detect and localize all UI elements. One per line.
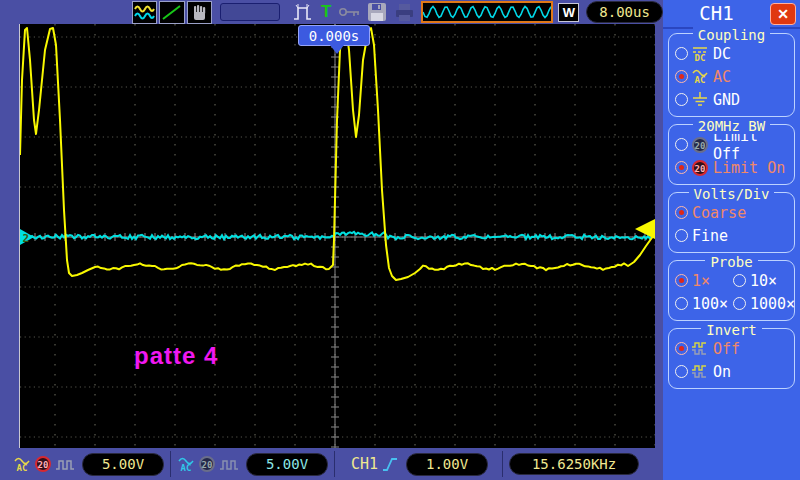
radio-icon[interactable] bbox=[675, 365, 688, 378]
scope-canvas: 2 bbox=[20, 24, 655, 448]
option-label: 1× bbox=[692, 272, 710, 290]
scope-annotation: patte 4 bbox=[134, 342, 218, 370]
ch2-marker-label: 2 bbox=[23, 232, 30, 245]
trigger-level-readout: 1.00V bbox=[406, 453, 488, 476]
trigger-source-label: CH1 bbox=[351, 455, 378, 473]
panel-group-title: Coupling bbox=[669, 25, 794, 44]
option-bandwidth-limit-off[interactable]: 20Limit Off bbox=[675, 133, 790, 156]
radio-icon[interactable] bbox=[675, 161, 688, 174]
panel-group-coupling: CouplingDCDCACACGND bbox=[668, 33, 795, 117]
option-probe-100-[interactable]: 100× bbox=[675, 292, 733, 315]
ch1-ac-coupling-icon: AC bbox=[13, 456, 31, 473]
radio-icon[interactable] bbox=[675, 47, 688, 60]
trigger-t-icon[interactable]: T bbox=[321, 2, 331, 22]
trigger-position-pointer-icon[interactable] bbox=[330, 45, 344, 54]
display-field[interactable] bbox=[220, 3, 280, 21]
channel-waves-icon[interactable] bbox=[132, 1, 157, 24]
frequency-readout: 15.6250KHz bbox=[509, 453, 639, 475]
statusbar-divider bbox=[334, 451, 335, 477]
radio-icon[interactable] bbox=[733, 297, 746, 310]
line-style-icon[interactable] bbox=[159, 1, 184, 24]
svg-text:AC: AC bbox=[181, 463, 192, 473]
ch2-square-wave-icon bbox=[219, 456, 239, 472]
panel-title: CH1 bbox=[663, 2, 770, 24]
svg-text:AC: AC bbox=[17, 463, 28, 473]
statusbar-divider bbox=[502, 451, 503, 477]
radio-icon[interactable] bbox=[675, 297, 688, 310]
option-label: 1000× bbox=[750, 295, 795, 313]
ch2-ac-coupling-icon: AC bbox=[177, 456, 195, 473]
option-label: 10× bbox=[750, 272, 777, 290]
option-probe-10-[interactable]: 10× bbox=[733, 269, 795, 292]
panel-group-volts-div: Volts/DivCoarseFine bbox=[668, 192, 795, 253]
ch1-bw-limit-icon: 20 bbox=[34, 455, 52, 473]
option-invert-on[interactable]: On bbox=[675, 360, 790, 383]
svg-text:20: 20 bbox=[695, 163, 706, 173]
option-label: GND bbox=[713, 91, 740, 109]
rising-edge-icon bbox=[381, 455, 399, 473]
oscilloscope-app: T W 8.00us 2 0.000s patte 4 CH1 ✕ Coupli… bbox=[0, 0, 800, 480]
window-icon[interactable]: W bbox=[558, 3, 579, 22]
radio-icon[interactable] bbox=[675, 229, 688, 242]
panel-group-title: Invert bbox=[669, 320, 794, 339]
radio-icon[interactable] bbox=[675, 206, 688, 219]
option-invert-off[interactable]: Off bbox=[675, 337, 790, 360]
panel-group-bandwidth: 20MHz BW20Limit Off20Limit On bbox=[668, 124, 795, 185]
option-coupling-gnd[interactable]: GND bbox=[675, 88, 790, 111]
panel-group-invert: InvertOffOn bbox=[668, 328, 795, 389]
scope-display: 2 0.000s patte 4 bbox=[20, 24, 655, 448]
option-label: DC bbox=[713, 45, 731, 63]
channel-menu-panel: CH1 ✕ CouplingDCDCACACGND20MHz BW20Limit… bbox=[663, 0, 800, 480]
svg-text:20: 20 bbox=[202, 460, 213, 470]
pulse-icon[interactable] bbox=[292, 2, 314, 22]
close-icon[interactable]: ✕ bbox=[770, 3, 796, 25]
panel-group-title: 20MHz BW bbox=[669, 116, 794, 135]
statusbar-divider bbox=[170, 451, 171, 477]
trigger-position-tag[interactable]: 0.000s bbox=[298, 25, 370, 46]
bw20-on-icon: 20 bbox=[691, 159, 709, 177]
waveform-preview[interactable] bbox=[421, 1, 553, 23]
svg-text:20: 20 bbox=[695, 140, 706, 150]
bw20-off-icon: 20 bbox=[691, 136, 709, 154]
radio-icon[interactable] bbox=[675, 93, 688, 106]
svg-text:AC: AC bbox=[695, 75, 706, 85]
save-icon[interactable] bbox=[367, 2, 388, 22]
dc-coupling-icon: DC bbox=[691, 45, 709, 62]
toolbar-spacer bbox=[0, 12, 132, 13]
invert-wave-icon bbox=[691, 364, 709, 379]
option-label: 100× bbox=[692, 295, 728, 313]
svg-text:DC: DC bbox=[695, 53, 706, 62]
print-icon[interactable] bbox=[393, 2, 416, 22]
option-label: On bbox=[713, 363, 731, 381]
ch1-square-wave-icon bbox=[55, 456, 75, 472]
invert-wave-icon bbox=[691, 341, 709, 356]
radio-icon[interactable] bbox=[675, 138, 688, 151]
option-label: Fine bbox=[692, 227, 728, 245]
radio-icon[interactable] bbox=[675, 274, 688, 287]
hand-icon[interactable] bbox=[187, 1, 212, 24]
gnd-coupling-icon bbox=[691, 91, 709, 108]
key-icon[interactable] bbox=[338, 5, 362, 19]
option-probe-1000-[interactable]: 1000× bbox=[733, 292, 795, 315]
option-volts-div-fine[interactable]: Fine bbox=[675, 224, 790, 247]
ac-coupling-icon: AC bbox=[691, 68, 709, 85]
panel-group-title: Volts/Div bbox=[669, 184, 794, 203]
option-probe-1-[interactable]: 1× bbox=[675, 269, 733, 292]
ch2-volts-readout: 5.00V bbox=[246, 453, 328, 476]
ch1-volts-readout: 5.00V bbox=[82, 453, 164, 476]
option-bandwidth-limit-on[interactable]: 20Limit On bbox=[675, 156, 790, 179]
panel-group-probe: Probe1×10×100×1000× bbox=[668, 260, 795, 321]
radio-icon[interactable] bbox=[675, 70, 688, 83]
option-label: Coarse bbox=[692, 204, 746, 222]
status-bar: AC 20 5.00V AC 20 5.00V CH1 1.00V 15.625… bbox=[0, 448, 663, 480]
timebase-readout: 8.00us bbox=[586, 1, 663, 23]
option-coupling-ac[interactable]: ACAC bbox=[675, 65, 790, 88]
option-label: AC bbox=[713, 68, 731, 86]
radio-icon[interactable] bbox=[733, 274, 746, 287]
panel-group-title: Probe bbox=[669, 252, 794, 271]
svg-text:20: 20 bbox=[38, 460, 49, 470]
radio-icon[interactable] bbox=[675, 342, 688, 355]
option-label: Limit On bbox=[713, 159, 785, 177]
option-coupling-dc[interactable]: DCDC bbox=[675, 42, 790, 65]
option-volts-div-coarse[interactable]: Coarse bbox=[675, 201, 790, 224]
